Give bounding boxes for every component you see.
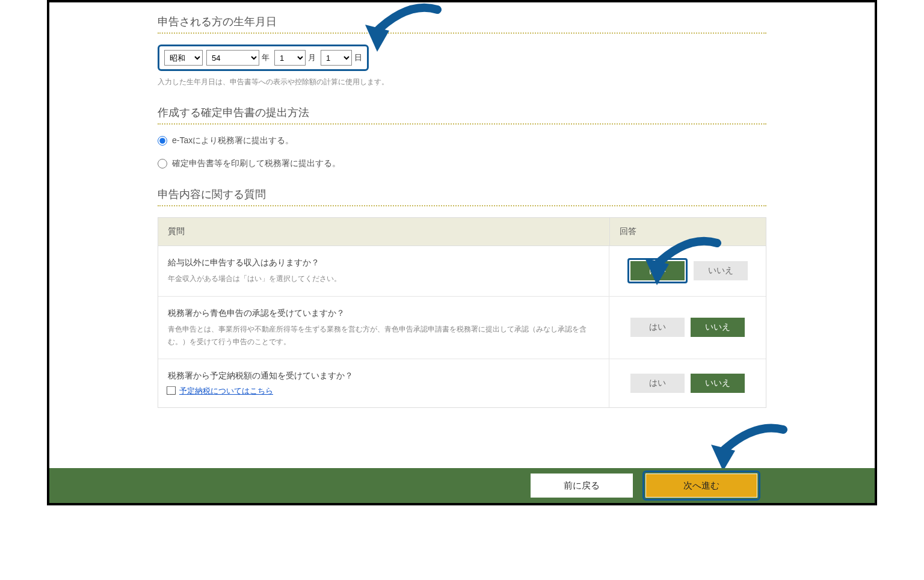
question-table: 質問 回答 給与以外に申告する収入はありますか？ 年金収入がある場合は「はい」を… bbox=[158, 217, 766, 408]
day-select[interactable]: 1 bbox=[321, 50, 352, 66]
next-button-highlight: 次へ進む bbox=[642, 470, 760, 501]
answer-yes-button[interactable]: はい bbox=[630, 261, 685, 280]
question-cell: 給与以外に申告する収入はありますか？ 年金収入がある場合は「はい」を選択してくだ… bbox=[158, 246, 609, 296]
question-cell: 税務署から予定納税額の通知を受けていますか？ 予定納税についてはこちら bbox=[158, 359, 609, 407]
dob-input-group: 昭和 54 年 1 月 1 日 bbox=[158, 45, 369, 71]
radio-etax-input[interactable] bbox=[158, 136, 167, 146]
answer-cell: はい いいえ bbox=[609, 359, 766, 407]
answer-cell: はい いいえ bbox=[609, 297, 766, 359]
submission-radio-group: e-Taxにより税務署に提出する。 確定申告書等を印刷して税務署に提出する。 bbox=[158, 135, 766, 169]
table-row: 税務署から青色申告の承認を受けていますか？ 青色申告とは、事業所得や不動産所得等… bbox=[158, 297, 766, 359]
questions-section-title: 申告内容に関する質問 bbox=[158, 187, 766, 206]
link-row: 予定納税についてはこちら bbox=[168, 386, 599, 396]
svg-marker-2 bbox=[711, 445, 735, 471]
footer-bar: 前に戻る 次へ進む bbox=[49, 468, 875, 503]
submission-section-title: 作成する確定申告書の提出方法 bbox=[158, 105, 766, 125]
year-unit: 年 bbox=[262, 52, 270, 63]
next-button[interactable]: 次へ進む bbox=[645, 474, 757, 498]
question-subtext: 年金収入がある場合は「はい」を選択してください。 bbox=[168, 273, 599, 285]
answer-yes-button[interactable]: はい bbox=[630, 374, 685, 393]
radio-print-label: 確定申告書等を印刷して税務署に提出する。 bbox=[172, 158, 340, 169]
month-select[interactable]: 1 bbox=[274, 50, 306, 66]
header-question: 質問 bbox=[158, 218, 609, 245]
dob-note: 入力した生年月日は、申告書等への表示や控除額の計算に使用します。 bbox=[158, 77, 766, 87]
answer-no-button[interactable]: いいえ bbox=[691, 374, 745, 393]
year-select[interactable]: 54 bbox=[206, 50, 259, 66]
question-cell: 税務署から青色申告の承認を受けていますか？ 青色申告とは、事業所得や不動産所得等… bbox=[158, 297, 609, 359]
radio-etax-label: e-Taxにより税務署に提出する。 bbox=[172, 135, 294, 146]
question-text: 給与以外に申告する収入はありますか？ bbox=[168, 256, 599, 269]
header-answer: 回答 bbox=[609, 218, 766, 245]
day-unit: 日 bbox=[354, 52, 362, 63]
era-select[interactable]: 昭和 bbox=[164, 50, 203, 66]
answer-no-button[interactable]: いいえ bbox=[694, 261, 748, 280]
table-row: 税務署から予定納税額の通知を受けていますか？ 予定納税についてはこちら はい い… bbox=[158, 359, 766, 407]
table-header: 質問 回答 bbox=[158, 218, 766, 246]
radio-print[interactable]: 確定申告書等を印刷して税務署に提出する。 bbox=[158, 158, 766, 169]
radio-print-input[interactable] bbox=[158, 159, 167, 168]
radio-etax[interactable]: e-Taxにより税務署に提出する。 bbox=[158, 135, 766, 146]
dob-section-title: 申告される方の生年月日 bbox=[158, 14, 766, 34]
answer-highlight: はい bbox=[627, 258, 688, 283]
answer-cell: はい いいえ bbox=[609, 246, 766, 296]
question-text: 税務署から青色申告の承認を受けていますか？ bbox=[168, 306, 599, 319]
answer-no-button[interactable]: いいえ bbox=[691, 318, 745, 337]
external-link-icon bbox=[168, 387, 176, 395]
answer-yes-button[interactable]: はい bbox=[630, 318, 685, 337]
month-unit: 月 bbox=[308, 52, 316, 63]
question-subtext: 青色申告とは、事業所得や不動産所得等を生ずる業務を営む方が、青色申告承認申請書を… bbox=[168, 323, 599, 348]
question-text: 税務署から予定納税額の通知を受けていますか？ bbox=[168, 369, 599, 382]
table-row: 給与以外に申告する収入はありますか？ 年金収入がある場合は「はい」を選択してくだ… bbox=[158, 246, 766, 297]
help-link[interactable]: 予定納税についてはこちら bbox=[179, 386, 273, 396]
back-button[interactable]: 前に戻る bbox=[531, 474, 633, 498]
